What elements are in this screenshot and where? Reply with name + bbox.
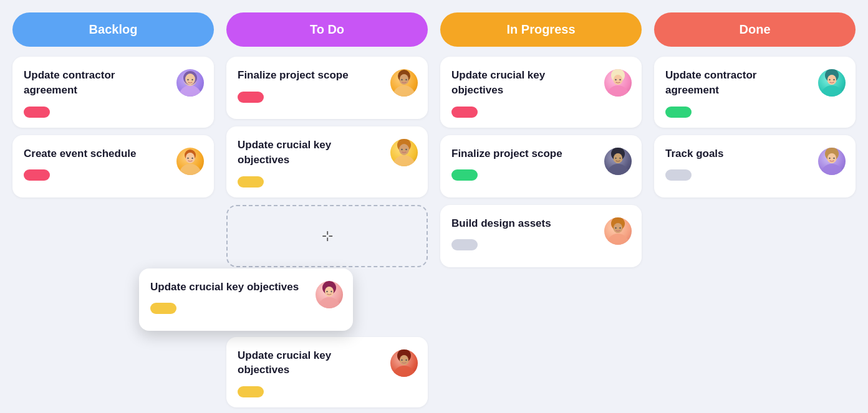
card-tag [451, 107, 478, 118]
svg-point-5 [191, 79, 193, 80]
avatar [176, 69, 204, 97]
avatar-face [390, 139, 418, 166]
svg-point-35 [405, 359, 407, 360]
avatar [604, 217, 632, 245]
card-todo-1[interactable]: Finalize project scope [226, 57, 428, 119]
column-header-inprogress: In Progress [440, 12, 642, 47]
svg-point-28 [326, 290, 327, 292]
avatar [176, 148, 204, 175]
card-title: Update contractor agreement [24, 68, 170, 98]
avatar [818, 148, 846, 175]
card-tag [24, 169, 50, 181]
svg-point-21 [399, 144, 409, 155]
card-ip-1[interactable]: Update crucial key objectives [440, 57, 642, 128]
svg-point-30 [393, 366, 415, 377]
svg-point-59 [833, 79, 834, 80]
card-title: Track goals [665, 146, 812, 161]
svg-point-16 [401, 79, 402, 80]
svg-point-17 [405, 79, 407, 80]
card-content: Update crucial key objectives [238, 138, 384, 188]
avatar-face [604, 148, 632, 175]
card-done-2[interactable]: Track goals [654, 135, 856, 197]
svg-point-11 [191, 157, 193, 158]
svg-point-29 [330, 290, 332, 292]
svg-point-64 [829, 157, 830, 158]
card-tag [238, 92, 264, 103]
column-todo: To Do Finalize project scope [226, 12, 428, 407]
card-todo-3[interactable]: Update crucial key objectives [226, 337, 428, 408]
card-dragging[interactable]: Update crucial key objectives [139, 268, 353, 331]
card-content: Update crucial key objectives [238, 348, 384, 398]
svg-point-40 [615, 79, 616, 80]
card-title: Update crucial key objectives [238, 348, 384, 378]
card-title: Finalize project scope [451, 146, 598, 161]
avatar-face [604, 69, 632, 97]
card-content: Update crucial key objectives [451, 68, 598, 118]
avatar [604, 69, 632, 97]
svg-point-12 [393, 85, 415, 97]
drag-area: Update crucial key objectives [226, 275, 428, 408]
kanban-board: Backlog Update contractor agreement [12, 12, 856, 407]
svg-point-18 [393, 155, 415, 166]
card-tag [665, 107, 692, 118]
avatar [390, 139, 418, 166]
card-ip-2[interactable]: Finalize project scope [440, 135, 642, 197]
card-content: Update contractor agreement [665, 68, 812, 118]
svg-point-60 [821, 164, 843, 175]
card-tag [238, 176, 264, 188]
svg-point-22 [401, 149, 402, 150]
svg-point-10 [187, 157, 188, 158]
card-content: Track goals [665, 146, 812, 181]
card-backlog-2[interactable]: Create event schedule [12, 135, 214, 197]
svg-point-52 [615, 227, 616, 228]
column-header-done: Done [654, 12, 856, 47]
svg-point-42 [607, 164, 629, 175]
card-tag [451, 169, 478, 181]
svg-point-65 [833, 157, 834, 158]
avatar-face [176, 148, 204, 175]
avatar-face [316, 281, 343, 308]
svg-point-4 [187, 79, 188, 80]
card-drop-placeholder: ⊹ [226, 205, 428, 267]
svg-point-0 [179, 85, 201, 97]
avatar [390, 69, 418, 97]
card-content: Finalize project scope [238, 68, 384, 103]
card-content: Finalize project scope [451, 146, 598, 181]
svg-point-54 [821, 85, 843, 97]
avatar-face [390, 69, 418, 97]
card-tag [24, 107, 50, 118]
svg-point-58 [829, 79, 830, 80]
svg-point-48 [607, 234, 629, 245]
card-title: Build design assets [451, 216, 598, 231]
svg-point-24 [318, 297, 340, 308]
svg-point-46 [615, 157, 616, 158]
avatar [390, 349, 418, 377]
card-todo-2[interactable]: Update crucial key objectives [226, 126, 428, 197]
card-tag [150, 303, 176, 314]
avatar [604, 148, 632, 175]
card-title: Update crucial key objectives [451, 68, 598, 98]
svg-point-34 [401, 359, 402, 360]
card-ip-3[interactable]: Build design assets [440, 205, 642, 267]
card-done-1[interactable]: Update contractor agreement [654, 57, 856, 128]
card-content: Update contractor agreement [24, 68, 170, 118]
avatar-face [604, 217, 632, 245]
card-title: Create event schedule [24, 146, 170, 161]
column-done: Done Update contractor agreement [654, 12, 856, 407]
card-content: Build design assets [451, 216, 598, 251]
card-content: Update crucial key objectives [150, 280, 309, 315]
avatar-face [818, 148, 846, 175]
avatar [818, 69, 846, 97]
avatar-face [818, 69, 846, 97]
card-title: Update crucial key objectives [238, 138, 384, 168]
svg-point-53 [619, 227, 620, 228]
card-title: Finalize project scope [238, 68, 384, 83]
svg-point-36 [607, 85, 629, 97]
svg-point-41 [619, 79, 620, 80]
column-header-todo: To Do [226, 12, 428, 47]
card-content: Create event schedule [24, 146, 170, 181]
card-title: Update crucial key objectives [150, 280, 309, 295]
column-backlog: Backlog Update contractor agreement [12, 12, 214, 407]
card-backlog-1[interactable]: Update contractor agreement [12, 57, 214, 128]
card-tag [238, 386, 264, 397]
